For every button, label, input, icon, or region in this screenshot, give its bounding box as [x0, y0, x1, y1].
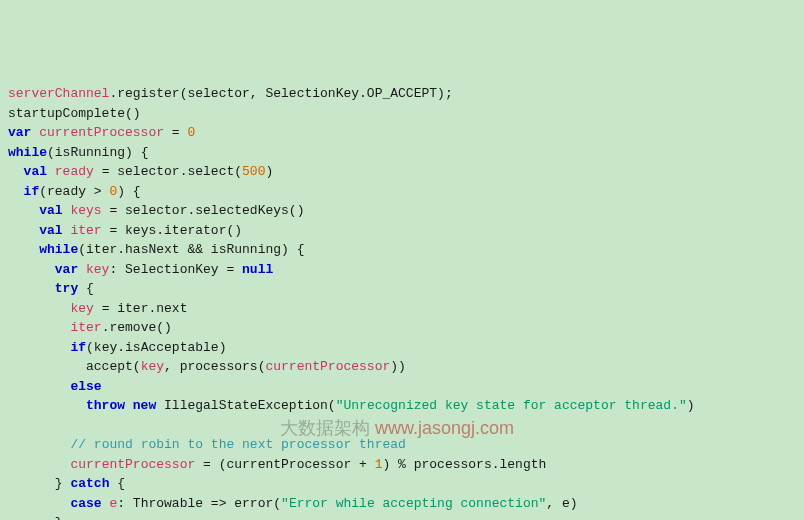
number: 500: [242, 164, 265, 179]
keyword: if: [70, 340, 86, 355]
var: key: [70, 301, 93, 316]
var: key: [78, 262, 109, 277]
var: iter: [63, 223, 102, 238]
var: e: [102, 496, 118, 511]
code-token: =: [164, 125, 187, 140]
string: "Unrecognized key state for acceptor thr…: [336, 398, 687, 413]
code-token: )): [390, 359, 406, 374]
number: 1: [375, 457, 383, 472]
keyword: var: [55, 262, 78, 277]
var: currentProcessor: [265, 359, 390, 374]
code-token: , e): [546, 496, 577, 511]
keyword: while: [8, 145, 47, 160]
keyword: var: [8, 125, 31, 140]
code-token: .remove(): [102, 320, 172, 335]
code-token: , processors(: [164, 359, 265, 374]
keyword: throw new: [86, 398, 156, 413]
code-token: serverChannel: [8, 86, 109, 101]
keyword: val: [39, 223, 62, 238]
var: currentProcessor: [70, 457, 195, 472]
comment: // round robin to the next processor thr…: [70, 437, 405, 452]
code-token: }: [55, 476, 71, 491]
code-token: = keys.iterator(): [102, 223, 242, 238]
code-token: ) {: [117, 184, 140, 199]
keyword: while: [39, 242, 78, 257]
code-token: ): [265, 164, 273, 179]
keyword: else: [70, 379, 101, 394]
keyword: val: [24, 164, 47, 179]
code-token: : Throwable => error(: [117, 496, 281, 511]
keyword: try: [55, 281, 78, 296]
var: iter: [70, 320, 101, 335]
code-token: {: [109, 476, 125, 491]
code-token: }: [55, 515, 63, 520]
code-token: (key.isAcceptable): [86, 340, 226, 355]
var: currentProcessor: [31, 125, 164, 140]
keyword: catch: [70, 476, 109, 491]
var: key: [141, 359, 164, 374]
code-token: startupComplete(): [8, 106, 141, 121]
string: "Error while accepting connection": [281, 496, 546, 511]
number: 0: [187, 125, 195, 140]
code-token: = (currentProcessor +: [195, 457, 374, 472]
keyword: if: [24, 184, 40, 199]
code-token: accept(: [86, 359, 141, 374]
code-token: (ready >: [39, 184, 109, 199]
keyword: val: [39, 203, 62, 218]
keyword: case: [70, 496, 101, 511]
code-token: = selector.selectedKeys(): [102, 203, 305, 218]
code-token: ) % processors.length: [383, 457, 547, 472]
var: ready: [47, 164, 94, 179]
code-token: : SelectionKey =: [109, 262, 242, 277]
code-token: .register(selector, SelectionKey.OP_ACCE…: [109, 86, 452, 101]
code-token: IllegalStateException(: [156, 398, 335, 413]
code-token: (isRunning) {: [47, 145, 148, 160]
code-token: = iter.next: [94, 301, 188, 316]
var: keys: [63, 203, 102, 218]
code-token: ): [687, 398, 695, 413]
code-block: serverChannel.register(selector, Selecti…: [8, 84, 796, 520]
code-token: (iter.hasNext && isRunning) {: [78, 242, 304, 257]
code-token: {: [78, 281, 94, 296]
code-token: = selector.select(: [94, 164, 242, 179]
keyword: null: [242, 262, 273, 277]
